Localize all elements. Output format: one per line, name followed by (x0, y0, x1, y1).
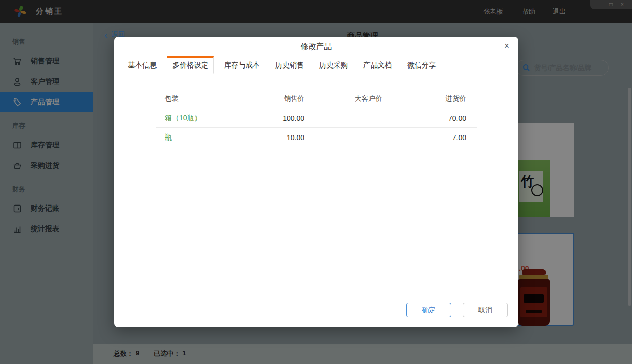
tab-product-docs[interactable]: 产品文档 (358, 56, 397, 74)
purchase-price-value: 7.00 (382, 133, 466, 142)
price-table-header: 包装 销售价 大客户价 进货价 (156, 89, 477, 108)
table-row[interactable]: 瓶 10.00 7.00 (156, 128, 477, 147)
tab-multi-price[interactable]: 多价格设定 (167, 56, 214, 74)
sale-price-value: 10.00 (258, 133, 304, 142)
sale-price-value: 100.00 (258, 114, 304, 122)
package-name: 箱（10瓶） (156, 113, 258, 123)
purchase-price-value: 70.00 (382, 114, 466, 122)
tab-basic-info[interactable]: 基本信息 (123, 56, 162, 74)
ok-button[interactable]: 确定 (406, 303, 451, 317)
edit-product-modal: 修改产品 × 基本信息 多价格设定 库存与成本 历史销售 历史采购 产品文档 微… (114, 37, 518, 327)
col-sale-price: 销售价 (258, 94, 304, 103)
col-purchase-price: 进货价 (382, 94, 466, 103)
col-package: 包装 (156, 94, 258, 103)
tab-stock-cost[interactable]: 库存与成本 (219, 56, 265, 74)
tab-wechat-share[interactable]: 微信分享 (402, 56, 441, 74)
col-vip-price: 大客户价 (304, 94, 382, 103)
tab-purchase-history[interactable]: 历史采购 (314, 56, 353, 74)
modal-tabs: 基本信息 多价格设定 库存与成本 历史销售 历史采购 产品文档 微信分享 (114, 56, 518, 74)
close-icon[interactable]: × (502, 40, 511, 52)
price-table: 包装 销售价 大客户价 进货价 箱（10瓶） 100.00 70.00 瓶 10… (156, 89, 477, 147)
package-name: 瓶 (156, 133, 258, 142)
table-row[interactable]: 箱（10瓶） 100.00 70.00 (156, 108, 477, 128)
tab-sales-history[interactable]: 历史销售 (270, 56, 309, 74)
cancel-button[interactable]: 取消 (463, 303, 508, 317)
modal-title: 修改产品 (114, 42, 518, 52)
